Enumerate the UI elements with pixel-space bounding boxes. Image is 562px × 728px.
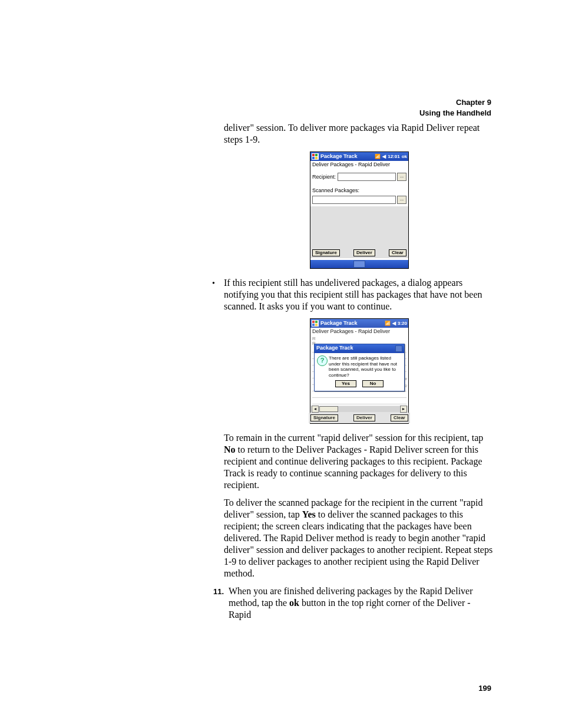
pda1-time: 12:01 bbox=[388, 154, 399, 159]
dialog-title: Package Track bbox=[316, 345, 353, 352]
pda2-title: Package Track bbox=[320, 321, 385, 326]
pda1-empty-area bbox=[310, 206, 408, 248]
bold-no: No bbox=[224, 444, 236, 454]
pda1-title: Package Track bbox=[320, 154, 375, 159]
scanned-packages-label: Scanned Packages: bbox=[312, 188, 405, 193]
svg-rect-6 bbox=[312, 324, 315, 326]
bullet-item: • If this recipient still has undelivere… bbox=[212, 277, 495, 312]
intro-fragment: deliver" session. To deliver more packag… bbox=[224, 122, 495, 146]
speaker-icon: ◀ bbox=[392, 321, 396, 326]
step-number: 11. bbox=[200, 585, 229, 621]
bg-row bbox=[312, 391, 406, 398]
bold-yes: Yes bbox=[302, 509, 316, 519]
page-number: 199 bbox=[478, 684, 491, 693]
pda2-status: 📶 ◀ 3:20 bbox=[385, 321, 407, 326]
pda1-status: 📶 ◀ 12:01 ok bbox=[375, 154, 407, 159]
deliver-button[interactable]: Deliver bbox=[353, 249, 375, 256]
para-no: To remain in the current "rapid deliver"… bbox=[224, 432, 495, 491]
scroll-right-icon[interactable]: ► bbox=[400, 406, 407, 413]
signal-icon: 📶 bbox=[385, 321, 391, 326]
recipient-label: Recipient: bbox=[312, 174, 336, 180]
pda1-content: Recipient: ... Scanned Packages: ... Sig… bbox=[310, 169, 408, 260]
para-no-post: to return to the Deliver Packages - Rapi… bbox=[224, 444, 482, 490]
recipient-input[interactable] bbox=[338, 173, 396, 181]
dialog-buttons: Yes No bbox=[315, 380, 404, 391]
bg-row: R bbox=[312, 337, 406, 341]
scroll-thumb[interactable] bbox=[319, 406, 338, 412]
page-header: Chapter 9 Using the Handheld bbox=[419, 97, 491, 118]
section-label: Using the Handheld bbox=[419, 108, 491, 118]
recipient-browse-button[interactable]: ... bbox=[397, 173, 406, 181]
windows-flag-icon bbox=[312, 320, 319, 327]
windows-flag-icon bbox=[312, 153, 319, 160]
clear-button[interactable]: Clear bbox=[391, 414, 408, 421]
pda1-subtitle: Deliver Packages - Rapid Deliver bbox=[310, 161, 408, 169]
para-no-pre: To remain in the current "rapid deliver"… bbox=[224, 433, 483, 443]
pda2-subtitle: Deliver Packages - Rapid Deliver bbox=[310, 328, 408, 335]
scroll-track[interactable] bbox=[319, 406, 399, 412]
pda1-taskbar bbox=[310, 260, 408, 268]
bullet-marker: • bbox=[212, 277, 224, 312]
svg-rect-1 bbox=[315, 154, 318, 156]
pda2-titlebar: Package Track 📶 ◀ 3:20 bbox=[310, 319, 408, 328]
svg-rect-4 bbox=[312, 321, 315, 323]
bg-row bbox=[312, 398, 406, 404]
dialog-message: There are still packages listed under th… bbox=[329, 355, 402, 378]
pda1-titlebar: Package Track 📶 ◀ 12:01 ok bbox=[310, 152, 408, 161]
page: Chapter 9 Using the Handheld deliver" se… bbox=[0, 0, 562, 728]
svg-rect-3 bbox=[315, 157, 318, 159]
pda1-ok-button[interactable]: ok bbox=[402, 154, 407, 159]
dialog-body: ? There are still packages listed under … bbox=[315, 353, 404, 380]
chapter-label: Chapter 9 bbox=[419, 97, 491, 108]
scanned-input[interactable] bbox=[312, 196, 396, 204]
dialog-ok-icon[interactable] bbox=[395, 345, 402, 352]
svg-rect-0 bbox=[312, 154, 315, 156]
signature-button[interactable]: Signature bbox=[310, 414, 338, 421]
para-yes-post: to deliver the scanned packages to this … bbox=[224, 509, 492, 578]
dialog-titlebar: Package Track bbox=[315, 344, 404, 353]
scroll-left-icon[interactable]: ◄ bbox=[312, 406, 319, 413]
scanned-browse-button[interactable]: ... bbox=[397, 196, 406, 204]
handheld-screenshot-2: Package Track 📶 ◀ 3:20 Deliver Packages … bbox=[310, 318, 409, 424]
svg-rect-5 bbox=[315, 321, 318, 323]
no-button[interactable]: No bbox=[362, 380, 384, 387]
body-area: deliver" session. To deliver more packag… bbox=[224, 122, 495, 621]
signal-icon: 📶 bbox=[375, 154, 381, 159]
deliver-button[interactable]: Deliver bbox=[353, 414, 375, 421]
svg-rect-7 bbox=[315, 324, 318, 326]
pda1-button-row: Signature Deliver Clear bbox=[310, 248, 408, 258]
pda2-time: 3:20 bbox=[398, 321, 407, 326]
question-icon: ? bbox=[317, 355, 329, 378]
step-text: When you are finished delivering package… bbox=[229, 585, 495, 621]
pda2-button-row: Signature Deliver Clear bbox=[309, 413, 410, 423]
bullet-text: If this recipient still has undelivered … bbox=[224, 277, 495, 312]
clear-button[interactable]: Clear bbox=[389, 249, 406, 256]
keyboard-icon[interactable] bbox=[353, 261, 365, 268]
yes-button[interactable]: Yes bbox=[335, 380, 356, 387]
signature-button[interactable]: Signature bbox=[312, 249, 340, 256]
para-yes: To deliver the scanned package for the r… bbox=[224, 497, 495, 579]
pda2-scrollbar[interactable]: ◄ ► bbox=[310, 406, 408, 413]
confirm-dialog: Package Track ? There are still packages… bbox=[314, 344, 405, 391]
handheld-screenshot-1: Package Track 📶 ◀ 12:01 ok Deliver Packa… bbox=[310, 151, 409, 269]
bold-ok: ok bbox=[289, 598, 299, 608]
svg-rect-2 bbox=[312, 157, 315, 159]
step-11: 11. When you are finished delivering pac… bbox=[200, 585, 495, 621]
speaker-icon: ◀ bbox=[382, 154, 386, 159]
